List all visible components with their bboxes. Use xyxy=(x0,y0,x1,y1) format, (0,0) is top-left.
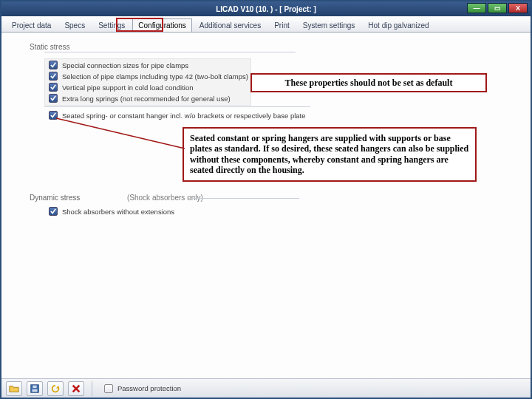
delete-button[interactable] xyxy=(68,381,84,396)
open-button[interactable] xyxy=(6,381,22,396)
minimize-button[interactable]: — xyxy=(467,3,486,13)
option-shock-absorbers[interactable]: Shock absorbers without extensions xyxy=(49,207,174,216)
tab-configurations[interactable]: Configurations xyxy=(132,18,191,32)
save-button[interactable] xyxy=(27,381,43,396)
svg-rect-3 xyxy=(33,389,38,392)
password-protection-toggle[interactable]: Password protection xyxy=(104,384,181,393)
tab-bar: Project data Specs Settings Configuratio… xyxy=(1,16,531,33)
titlebar: LICAD V10 (10. ) - [ Project: ] — ▭ X xyxy=(1,1,531,16)
check-icon xyxy=(49,94,58,103)
close-button[interactable]: X xyxy=(508,3,528,13)
tab-project-data[interactable]: Project data xyxy=(6,18,57,32)
check-icon xyxy=(49,61,58,69)
tab-print[interactable]: Print xyxy=(268,18,296,32)
callout-default-warning: These properties should not be set as de… xyxy=(250,73,487,92)
callout-seated-hanger-info: Seated constant or spring hangers are su… xyxy=(183,127,477,182)
bottom-toolbar: Password protection xyxy=(1,378,531,398)
svg-rect-2 xyxy=(33,385,36,388)
maximize-button[interactable]: ▭ xyxy=(488,3,507,13)
option-seated-hanger[interactable]: Seated spring- or constant hanger incl. … xyxy=(49,111,306,120)
x-icon xyxy=(71,383,81,394)
tab-specs[interactable]: Specs xyxy=(58,18,91,32)
check-icon xyxy=(49,83,58,92)
floppy-icon xyxy=(30,383,40,394)
divider-mid xyxy=(44,106,310,107)
static-stress-label: Static stress xyxy=(30,43,69,51)
check-icon xyxy=(49,207,58,216)
folder-open-icon xyxy=(9,383,19,394)
static-divider xyxy=(44,52,296,52)
option-vertical-pipe-support[interactable]: Vertical pipe support in cold load condi… xyxy=(49,83,193,92)
app-window: LICAD V10 (10. ) - [ Project: ] — ▭ X Pr… xyxy=(0,0,532,399)
option-extra-long-springs[interactable]: Extra long springs (not recommended for … xyxy=(49,94,231,103)
option-special-connection[interactable]: Special connection sizes for pipe clamps xyxy=(49,61,188,69)
tab-settings[interactable]: Settings xyxy=(92,18,131,32)
option-pipe-clamps-type42[interactable]: Selection of pipe clamps including type … xyxy=(49,72,248,81)
panel-body: Static stress Special connection sizes f… xyxy=(1,33,531,378)
check-icon xyxy=(49,111,58,120)
tab-system-settings[interactable]: System settings xyxy=(297,18,361,32)
tab-hot-dip-galvanized[interactable]: Hot dip galvanized xyxy=(362,18,434,32)
refresh-icon xyxy=(50,383,61,394)
check-icon xyxy=(49,72,58,81)
svg-line-0 xyxy=(56,118,185,149)
window-title: LICAD V10 (10. ) - [ Project: ] xyxy=(216,5,316,13)
dynamic-stress-label: Dynamic stress xyxy=(30,194,80,202)
tab-additional-services[interactable]: Additional services xyxy=(194,18,267,32)
window-controls: — ▭ X xyxy=(467,3,528,13)
refresh-button[interactable] xyxy=(47,381,64,396)
checkbox-icon xyxy=(104,384,113,393)
dynamic-divider xyxy=(188,198,299,199)
toolbar-separator xyxy=(92,381,92,396)
